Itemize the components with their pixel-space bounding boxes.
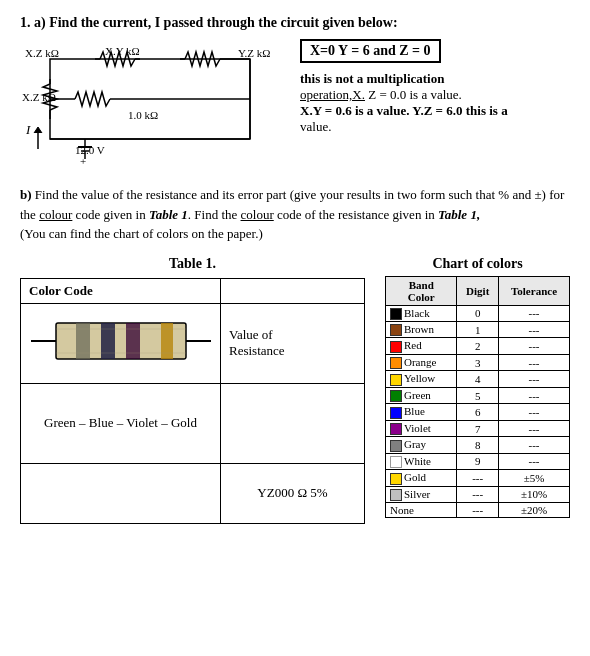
chart-digit: 5 bbox=[457, 387, 499, 403]
chart-table: BandColor Digit Tolerance Black0---Brown… bbox=[385, 276, 570, 519]
color-swatch bbox=[390, 324, 402, 336]
color-code-header: Color Code bbox=[21, 278, 221, 303]
chart-row: Gold---±5% bbox=[386, 470, 570, 486]
resistance-label: Resistance bbox=[229, 343, 285, 358]
chart-digit: --- bbox=[457, 470, 499, 486]
note-line1: this is not a multiplication bbox=[300, 71, 570, 87]
chart-title: Chart of colors bbox=[385, 256, 570, 272]
circuit-info: X=0 Y = 6 and Z = 0 this is not a multip… bbox=[300, 39, 570, 135]
chart-digit: 7 bbox=[457, 420, 499, 436]
part-b-text: b) Find the value of the resistance and … bbox=[20, 185, 570, 224]
chart-row: None---±20% bbox=[386, 503, 570, 518]
color-table: Color Code bbox=[20, 278, 365, 524]
circuit-section: X.Z kΩ X.Y kΩ X.Z kΩ Y.Z kΩ bbox=[20, 39, 570, 169]
table-header-row: Color Code bbox=[21, 278, 365, 303]
chart-digit: 4 bbox=[457, 371, 499, 387]
chart-tolerance: ±5% bbox=[499, 470, 570, 486]
chart-tolerance: --- bbox=[499, 387, 570, 403]
color-swatch bbox=[390, 357, 402, 369]
chart-tolerance: --- bbox=[499, 420, 570, 436]
resistor-image bbox=[31, 311, 211, 371]
chart-row: Blue6--- bbox=[386, 404, 570, 420]
chart-color-name: Red bbox=[386, 338, 457, 354]
result-cell: YZ000 Ω 5% bbox=[221, 463, 365, 523]
color-swatch bbox=[390, 374, 402, 386]
chart-tolerance: ±20% bbox=[499, 503, 570, 518]
digit-header: Digit bbox=[457, 276, 499, 305]
table-1-container: Table 1. Color Code bbox=[20, 256, 365, 524]
chart-digit: 3 bbox=[457, 354, 499, 370]
chart-color-name: Yellow bbox=[386, 371, 457, 387]
chart-row: Yellow4--- bbox=[386, 371, 570, 387]
problem-number: 1. a) Find the current, I passed through… bbox=[20, 15, 570, 31]
note-line4: value. bbox=[300, 119, 570, 135]
chart-color-name: Green bbox=[386, 387, 457, 403]
chart-tolerance: --- bbox=[499, 338, 570, 354]
equation: X=0 Y = 6 and Z = 0 bbox=[300, 39, 441, 63]
chart-digit: 2 bbox=[457, 338, 499, 354]
chart-row: Orange3--- bbox=[386, 354, 570, 370]
chart-tolerance: --- bbox=[499, 354, 570, 370]
part-b: b) Find the value of the resistance and … bbox=[20, 185, 570, 244]
chart-digit: 9 bbox=[457, 453, 499, 469]
table-1-title: Table 1. bbox=[20, 256, 365, 272]
chart-row: White9--- bbox=[386, 453, 570, 469]
value-header bbox=[221, 278, 365, 303]
svg-text:I: I bbox=[25, 122, 31, 137]
chart-color-name: None bbox=[386, 503, 457, 518]
chart-tolerance: --- bbox=[499, 321, 570, 337]
color-swatch bbox=[390, 440, 402, 452]
chart-digit: --- bbox=[457, 503, 499, 518]
chart-digit: 6 bbox=[457, 404, 499, 420]
circuit-svg: X.Z kΩ X.Y kΩ X.Z kΩ Y.Z kΩ bbox=[20, 39, 280, 169]
band-label-row: Green – Blue – Violet – Gold bbox=[21, 383, 365, 463]
color-swatch bbox=[390, 489, 402, 501]
color-swatch bbox=[390, 456, 402, 468]
svg-text:1.0 kΩ: 1.0 kΩ bbox=[128, 109, 158, 121]
green-blue-cell: Green – Blue – Violet – Gold bbox=[21, 383, 221, 463]
number: 1. bbox=[20, 15, 31, 30]
chart-tolerance: --- bbox=[499, 371, 570, 387]
svg-text:Y.Z kΩ: Y.Z kΩ bbox=[238, 47, 270, 59]
svg-text:X.Z kΩ: X.Z kΩ bbox=[22, 91, 56, 103]
color-swatch bbox=[390, 473, 402, 485]
chart-header-row: BandColor Digit Tolerance bbox=[386, 276, 570, 305]
resistor-row: Value of Resistance bbox=[21, 303, 365, 383]
chart-row: Green5--- bbox=[386, 387, 570, 403]
color-swatch bbox=[390, 308, 402, 320]
chart-row: Red2--- bbox=[386, 338, 570, 354]
chart-container: Chart of colors BandColor Digit Toleranc… bbox=[385, 256, 570, 519]
chart-row: Silver---±10% bbox=[386, 486, 570, 502]
chart-tolerance: --- bbox=[499, 404, 570, 420]
tolerance-header: Tolerance bbox=[499, 276, 570, 305]
chart-row: Brown1--- bbox=[386, 321, 570, 337]
chart-digit: 0 bbox=[457, 305, 499, 321]
circuit-diagram: X.Z kΩ X.Y kΩ X.Z kΩ Y.Z kΩ bbox=[20, 39, 280, 169]
chart-color-name: Silver bbox=[386, 486, 457, 502]
chart-row: Black0--- bbox=[386, 305, 570, 321]
value-label: Value of bbox=[229, 327, 273, 342]
chart-digit: 8 bbox=[457, 437, 499, 453]
svg-rect-28 bbox=[101, 323, 115, 359]
chart-tolerance: ±10% bbox=[499, 486, 570, 502]
chart-color-name: White bbox=[386, 453, 457, 469]
chart-color-name: Gray bbox=[386, 437, 457, 453]
chart-row: Violet7--- bbox=[386, 420, 570, 436]
table-section: Table 1. Color Code bbox=[20, 256, 570, 524]
svg-text:X.Z kΩ: X.Z kΩ bbox=[25, 47, 59, 59]
chart-tolerance: --- bbox=[499, 305, 570, 321]
part-a-label: a) Find the current, I passed through th… bbox=[34, 15, 398, 30]
band-color-header: BandColor bbox=[386, 276, 457, 305]
color-swatch bbox=[390, 341, 402, 353]
note-line2: operation,X. Z = 0.0 is a value. bbox=[300, 87, 570, 103]
chart-color-name: Black bbox=[386, 305, 457, 321]
chart-digit: --- bbox=[457, 486, 499, 502]
chart-color-name: Gold bbox=[386, 470, 457, 486]
part-b-note: (You can find the chart of colors on the… bbox=[20, 224, 570, 244]
chart-color-name: Violet bbox=[386, 420, 457, 436]
result-value: YZ000 Ω 5% bbox=[257, 485, 327, 500]
note-line3: X.Y = 0.6 is a value. Y.Z = 6.0 this is … bbox=[300, 103, 570, 119]
empty-result-left bbox=[21, 463, 221, 523]
chart-color-name: Brown bbox=[386, 321, 457, 337]
color-swatch bbox=[390, 423, 402, 435]
